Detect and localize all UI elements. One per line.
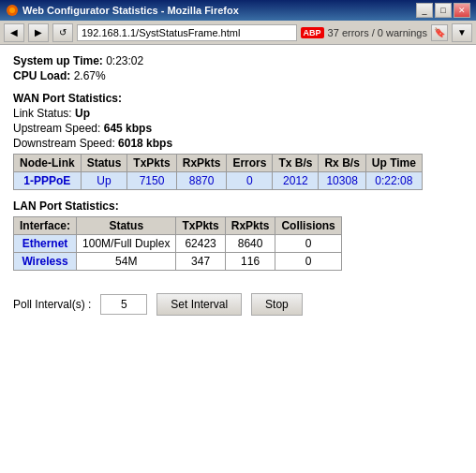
lan-eth-interface: Ethernet bbox=[14, 235, 77, 253]
lan-eth-rxpkts: 8640 bbox=[225, 235, 275, 253]
uptime-line: System up Time: 0:23:02 bbox=[13, 54, 463, 67]
menu-button[interactable]: ▼ bbox=[452, 23, 472, 42]
wan-col-status: Status bbox=[81, 155, 127, 172]
lan-eth-collisions: 0 bbox=[275, 235, 341, 253]
wan-errors: 0 bbox=[227, 172, 273, 190]
cpu-label: CPU Load: bbox=[13, 69, 70, 82]
upstream-label: Upstream Speed: bbox=[13, 122, 100, 135]
wan-section-title: WAN Port Statistics: bbox=[13, 92, 463, 105]
lan-col-collisions: Collisions bbox=[275, 217, 341, 235]
stop-button[interactable]: Stop bbox=[251, 293, 303, 316]
bookmark-icon[interactable]: 🔖 bbox=[431, 24, 448, 41]
lan-wifi-collisions: 0 bbox=[275, 253, 341, 271]
title-bar: Web Configurator Statistics - Mozilla Fi… bbox=[0, 0, 476, 21]
poll-label: Poll Interval(s) : bbox=[13, 298, 91, 311]
downstream-line: Downstream Speed: 6018 kbps bbox=[13, 137, 463, 150]
link-status-value: Up bbox=[75, 107, 90, 120]
wan-col-errors: Errors bbox=[227, 155, 273, 172]
lan-ethernet-row: Ethernet 100M/Full Duplex 62423 8640 0 bbox=[14, 235, 342, 253]
minimize-button[interactable]: _ bbox=[416, 3, 433, 18]
downstream-value: 6018 kbps bbox=[118, 137, 172, 150]
svg-point-1 bbox=[9, 7, 15, 13]
wan-txpkts: 7150 bbox=[127, 172, 176, 190]
lan-wireless-row: Wireless 54M 347 116 0 bbox=[14, 253, 342, 271]
set-interval-button[interactable]: Set Interval bbox=[156, 293, 242, 316]
wan-col-uptime: Up Time bbox=[365, 155, 422, 172]
wan-txbs: 2012 bbox=[273, 172, 319, 190]
maximize-button[interactable]: □ bbox=[435, 3, 452, 18]
browser-toolbar: ◀ ▶ ↺ 192.168.1.1/SystStatusFrame.html A… bbox=[0, 21, 476, 45]
reload-button[interactable]: ↺ bbox=[52, 23, 73, 42]
lan-wifi-interface: Wireless bbox=[14, 253, 77, 271]
downstream-label: Downstream Speed: bbox=[13, 137, 115, 150]
lan-eth-status: 100M/Full Duplex bbox=[77, 235, 176, 253]
error-info: 37 errors / 0 warnings bbox=[328, 27, 427, 38]
wan-uptime: 0:22:08 bbox=[365, 172, 422, 190]
uptime-value: 0:23:02 bbox=[106, 54, 143, 67]
uptime-label: System up Time: bbox=[13, 54, 103, 67]
lan-section-title: LAN Port Statistics: bbox=[13, 200, 463, 213]
close-button[interactable]: ✕ bbox=[454, 3, 470, 18]
lan-col-rxpkts: RxPkts bbox=[225, 217, 275, 235]
wan-col-txpkts: TxPkts bbox=[127, 155, 176, 172]
wan-col-txbs: Tx B/s bbox=[273, 155, 319, 172]
lan-col-status: Status bbox=[77, 217, 176, 235]
lan-col-interface: Interface: bbox=[14, 217, 77, 235]
lan-wifi-txpkts: 347 bbox=[176, 253, 225, 271]
wan-col-rxpkts: RxPkts bbox=[176, 155, 227, 172]
title-bar-controls: _ □ ✕ bbox=[416, 3, 470, 18]
page-content: System up Time: 0:23:02 CPU Load: 2.67% … bbox=[0, 45, 476, 473]
lan-table-header-row: Interface: Status TxPkts RxPkts Collisio… bbox=[14, 217, 342, 235]
back-button[interactable]: ◀ bbox=[4, 23, 24, 42]
wan-node: 1-PPPoE bbox=[14, 172, 82, 190]
poll-input[interactable] bbox=[100, 294, 147, 315]
abp-badge: ABP bbox=[301, 27, 324, 38]
wan-col-rxbs: Rx B/s bbox=[319, 155, 365, 172]
wan-status: Up bbox=[81, 172, 127, 190]
wan-table-header-row: Node-Link Status TxPkts RxPkts Errors Tx… bbox=[14, 155, 423, 172]
lan-table: Interface: Status TxPkts RxPkts Collisio… bbox=[13, 216, 342, 271]
lan-wifi-rxpkts: 116 bbox=[225, 253, 275, 271]
wan-col-node: Node-Link bbox=[14, 155, 82, 172]
lan-eth-txpkts: 62423 bbox=[176, 235, 225, 253]
link-status-line: Link Status: Up bbox=[13, 107, 463, 120]
forward-button[interactable]: ▶ bbox=[28, 23, 49, 42]
title-bar-left: Web Configurator Statistics - Mozilla Fi… bbox=[6, 4, 239, 17]
bottom-bar: Poll Interval(s) : Set Interval Stop bbox=[13, 286, 463, 316]
address-bar[interactable]: 192.168.1.1/SystStatusFrame.html bbox=[77, 24, 297, 41]
wan-rxbs: 10308 bbox=[319, 172, 365, 190]
wan-rxpkts: 8870 bbox=[176, 172, 227, 190]
lan-col-txpkts: TxPkts bbox=[176, 217, 225, 235]
upstream-value: 645 kbps bbox=[104, 122, 152, 135]
link-status-label: Link Status: bbox=[13, 107, 72, 120]
wan-table-row: 1-PPPoE Up 7150 8870 0 2012 10308 0:22:0… bbox=[14, 172, 423, 190]
upstream-line: Upstream Speed: 645 kbps bbox=[13, 122, 463, 135]
firefox-icon bbox=[6, 4, 19, 17]
cpu-value: 2.67% bbox=[74, 69, 106, 82]
lan-wifi-status: 54M bbox=[77, 253, 176, 271]
address-text: 192.168.1.1/SystStatusFrame.html bbox=[82, 27, 240, 38]
wan-table: Node-Link Status TxPkts RxPkts Errors Tx… bbox=[13, 154, 423, 190]
window-title: Web Configurator Statistics - Mozilla Fi… bbox=[22, 5, 239, 16]
cpu-line: CPU Load: 2.67% bbox=[13, 69, 463, 82]
